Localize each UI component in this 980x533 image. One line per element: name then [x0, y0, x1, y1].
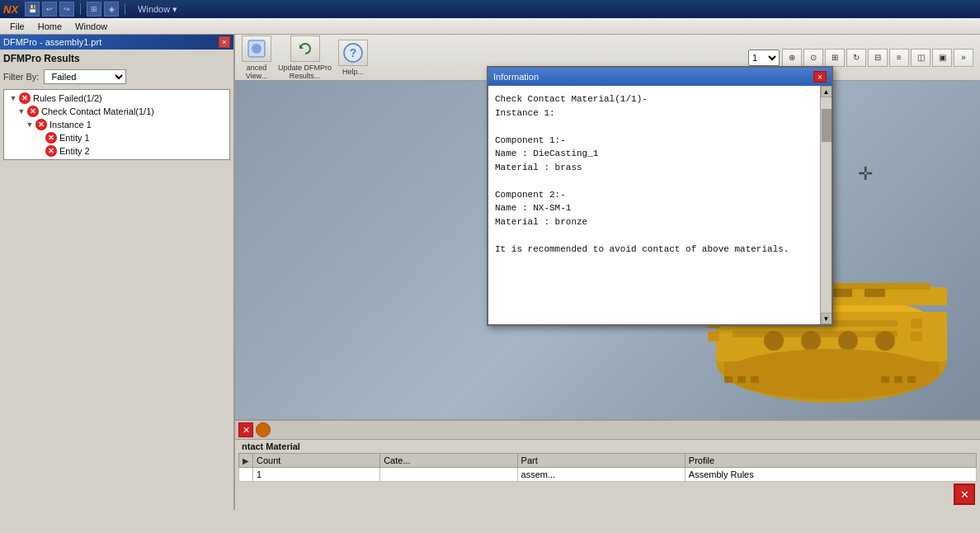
td-expand — [239, 468, 253, 482]
left-panel: DFMPro - assembly1.prt × DFMPro Results … — [0, 35, 235, 510]
svg-rect-28 — [737, 376, 746, 383]
tb-btn-6[interactable]: ≡ — [889, 49, 909, 67]
bottom-circle-button[interactable] — [256, 422, 271, 437]
scrollbar-thumb[interactable] — [822, 109, 832, 142]
error-icon-entity2: ✕ — [45, 145, 57, 157]
th-count: Count — [253, 454, 380, 468]
tb-btn-9[interactable]: » — [954, 49, 973, 67]
svg-rect-31 — [894, 376, 902, 383]
crosshair-icon: ✛ — [858, 163, 873, 185]
svg-rect-11 — [911, 332, 922, 342]
title-bar-icons: 💾 ↩ ↪ ⊞ ◈ Window ▾ — [25, 2, 177, 17]
expand-icon-contact: ▼ — [17, 107, 26, 116]
main-layout: DFMPro - assembly1.prt × DFMPro Results … — [0, 35, 980, 510]
view-icon[interactable]: ◈ — [104, 2, 119, 17]
tb-btn-3[interactable]: ⊞ — [825, 49, 845, 67]
th-expand: ▶ — [239, 454, 253, 468]
tb-btn-2[interactable]: ⊙ — [803, 49, 823, 67]
update-results-label: Update DFMProResults... — [278, 64, 332, 80]
separator2 — [125, 3, 125, 15]
svg-rect-27 — [724, 376, 733, 383]
menu-file[interactable]: File — [3, 20, 31, 33]
tree-item-check-contact[interactable]: ▼ ✕ Check Contact Material(1/1) — [6, 105, 228, 118]
check-contact-label: Check Contact Material(1/1) — [41, 106, 154, 116]
error-icon-rules: ✕ — [19, 92, 31, 104]
expand-icon-entity2 — [35, 147, 44, 155]
menu-home[interactable]: Home — [31, 20, 68, 33]
svg-point-24 — [875, 331, 895, 351]
filter-row: Filter By: Failed All Passed — [3, 69, 230, 84]
nav-icon[interactable]: ⊞ — [87, 2, 101, 17]
right-area: ancedView... Update DFMProResults... ? — [235, 35, 980, 510]
tb-btn-8[interactable]: ▣ — [932, 49, 952, 67]
scroll-up-button[interactable]: ▲ — [821, 86, 832, 97]
scroll-down-button[interactable]: ▼ — [821, 313, 832, 324]
error-icon-instance: ✕ — [35, 119, 47, 130]
bottom-close-button[interactable]: ✕ — [238, 422, 253, 437]
bottom-right-close-button[interactable]: ✕ — [954, 483, 975, 505]
svg-rect-9 — [708, 332, 719, 342]
window-menu[interactable]: Window ▾ — [138, 4, 177, 15]
entity1-label: Entity 1 — [59, 133, 90, 143]
tb-btn-4[interactable]: ↻ — [846, 49, 866, 67]
svg-point-21 — [764, 331, 784, 351]
svg-point-23 — [838, 331, 858, 351]
dfm-header: DFMPro Results — [3, 53, 230, 64]
svg-point-1 — [252, 44, 261, 54]
dialog-close-button[interactable]: × — [813, 71, 827, 83]
dialog-title-bar: Information × — [488, 68, 832, 86]
th-part: Part — [517, 454, 685, 468]
panel-title-bar: DFMPro - assembly1.prt × — [0, 35, 233, 50]
tool-help[interactable]: ? Help... — [338, 40, 368, 76]
tool-update-results[interactable]: Update DFMProResults... — [278, 35, 332, 80]
td-count: 1 — [253, 468, 380, 482]
tool-advanced-view[interactable]: ancedView... — [242, 35, 271, 80]
dfm-panel: DFMPro Results Filter By: Failed All Pas… — [0, 50, 233, 510]
svg-rect-29 — [751, 376, 759, 383]
bottom-panel: ✕ ntact Material ▶ Count Cate... Part Pr… — [235, 419, 980, 510]
save-icon[interactable]: 💾 — [25, 2, 40, 17]
expand-icon-entity1 — [35, 134, 44, 142]
advanced-view-label: ancedView... — [246, 64, 267, 80]
info-dialog[interactable]: Information × Check Contact Material(1/1… — [487, 66, 833, 326]
update-results-icon[interactable] — [290, 35, 320, 62]
tree-item-instance1[interactable]: ▼ ✕ Instance 1 — [6, 118, 228, 131]
svg-rect-20 — [865, 289, 885, 297]
svg-rect-19 — [832, 289, 852, 297]
td-category — [380, 468, 517, 482]
tb-btn-5[interactable]: ⊟ — [868, 49, 888, 67]
entity2-label: Entity 2 — [59, 146, 90, 156]
result-table: ▶ Count Cate... Part Profile 1 assem.. — [238, 453, 977, 482]
toolbar-number-section: 1 ⊕ ⊙ ⊞ ↻ ⊟ ≡ ◫ ▣ » — [748, 49, 973, 67]
tree-item-entity1[interactable]: ✕ Entity 1 — [6, 131, 228, 144]
table-row: 1 assem... Assembly Rules — [239, 468, 977, 482]
advanced-view-icon[interactable] — [242, 35, 271, 62]
dialog-body: Check Contact Material(1/1)- Instance 1:… — [488, 86, 832, 324]
th-category: Cate... — [380, 454, 517, 468]
tree-item-rules-failed[interactable]: ▼ ✕ Rules Failed(1/2) — [6, 92, 228, 105]
svg-point-22 — [801, 331, 821, 351]
undo-icon[interactable]: ↩ — [42, 2, 57, 17]
error-icon-contact: ✕ — [27, 106, 39, 117]
error-icon-entity1: ✕ — [45, 132, 57, 144]
redo-icon[interactable]: ↪ — [59, 2, 74, 17]
dialog-content: Check Contact Material(1/1)- Instance 1:… — [488, 86, 820, 324]
dialog-text: Check Contact Material(1/1)- Instance 1:… — [495, 92, 813, 256]
menu-window[interactable]: Window — [68, 20, 114, 33]
expand-icon-instance: ▼ — [26, 120, 34, 129]
help-icon[interactable]: ? — [338, 40, 368, 66]
number-select[interactable]: 1 — [748, 50, 780, 66]
filter-label: Filter By: — [3, 72, 39, 82]
expand-icon-rules: ▼ — [9, 94, 17, 102]
result-table-container: ▶ Count Cate... Part Profile 1 assem.. — [235, 453, 980, 482]
panel-close-button[interactable]: × — [219, 36, 230, 48]
toolbar-action-icons: ⊕ ⊙ ⊞ ↻ ⊟ ≡ ◫ ▣ » — [782, 49, 973, 67]
dialog-scrollbar[interactable]: ▲ ▼ — [820, 86, 832, 324]
help-label: Help... — [342, 68, 364, 76]
tree-item-entity2[interactable]: ✕ Entity 2 — [6, 144, 228, 158]
tb-btn-1[interactable]: ⊕ — [782, 49, 802, 67]
svg-rect-10 — [911, 318, 922, 328]
tb-btn-7[interactable]: ◫ — [911, 49, 931, 67]
filter-select[interactable]: Failed All Passed — [44, 69, 126, 84]
rules-failed-label: Rules Failed(1/2) — [33, 93, 102, 103]
